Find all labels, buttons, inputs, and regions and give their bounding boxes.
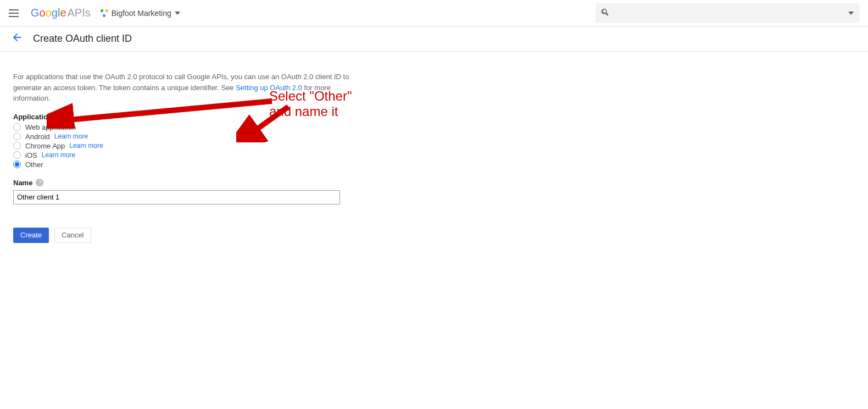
radio-icon[interactable] [13,161,21,168]
search-input[interactable] [615,9,843,18]
button-row: Create Cancel [13,228,349,243]
radio-android[interactable]: Android Learn more [13,132,349,141]
project-icon [101,9,108,17]
create-button[interactable]: Create [13,228,49,243]
radio-other[interactable]: Other [13,161,349,169]
page-title: Create OAuth client ID [33,33,132,45]
search-dropdown-icon[interactable] [848,12,854,15]
radio-label: Other [25,161,43,169]
radio-list: Web application Android Learn more Chrom… [13,123,349,169]
back-arrow-icon[interactable] [11,31,23,46]
name-label: Name [13,179,32,187]
google-apis-logo[interactable]: Google APIs [31,7,91,19]
name-row: Name ? [13,179,349,187]
project-name: Bigfoot Marketing [112,9,171,18]
search-icon[interactable] [601,8,610,19]
top-bar: Google APIs Bigfoot Marketing [0,0,868,26]
learn-more-link[interactable]: Learn more [42,151,75,159]
radio-label: Web application [25,123,76,131]
learn-more-link[interactable]: Learn more [69,142,103,150]
setup-oauth-link[interactable]: Setting up OAuth 2.0 [236,84,302,92]
hamburger-menu-icon[interactable] [9,7,22,20]
radio-ios[interactable]: iOS Learn more [13,151,349,159]
search-container [596,3,859,23]
name-input[interactable] [13,190,340,204]
radio-icon[interactable] [13,142,21,150]
radio-label: iOS [25,151,37,159]
learn-more-link[interactable]: Learn more [54,132,88,140]
radio-icon[interactable] [13,123,21,131]
project-selector[interactable]: Bigfoot Marketing [97,7,183,20]
radio-label: Android [25,132,50,141]
caret-down-icon [175,12,180,15]
radio-icon[interactable] [13,132,21,140]
radio-web-application[interactable]: Web application [13,123,349,131]
cancel-button[interactable]: Cancel [54,228,91,243]
radio-icon[interactable] [13,151,21,159]
application-type-label: Application type [13,113,349,121]
radio-chrome-app[interactable]: Chrome App Learn more [13,142,349,150]
info-text: For applications that use the OAuth 2.0 … [13,71,349,104]
radio-label: Chrome App [25,142,65,150]
content: For applications that use the OAuth 2.0 … [0,52,363,263]
help-icon[interactable]: ? [36,179,43,186]
sub-header: Create OAuth client ID [0,26,868,52]
